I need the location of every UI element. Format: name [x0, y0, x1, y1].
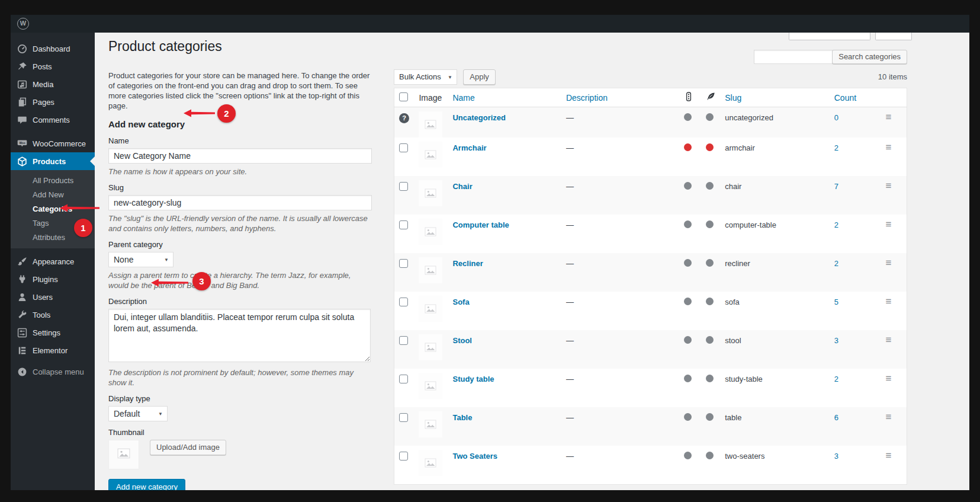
status-dot[interactable] [706, 259, 714, 267]
status-dot[interactable] [684, 259, 692, 267]
row-checkbox[interactable] [399, 220, 408, 229]
status-dot[interactable] [684, 113, 692, 121]
category-count-link[interactable]: 2 [834, 143, 838, 152]
status-dot[interactable] [684, 182, 692, 190]
row-checkbox[interactable] [399, 143, 408, 152]
row-checkbox[interactable] [399, 298, 408, 306]
drag-handle-icon[interactable]: ≡ [886, 411, 892, 423]
description-help-text: The description is not prominent by defa… [108, 367, 372, 388]
sidebar-item-users[interactable]: Users [11, 288, 95, 306]
submenu-item-categories[interactable]: Categories [11, 202, 95, 216]
status-dot[interactable] [706, 375, 714, 382]
status-dot[interactable] [706, 113, 714, 121]
sidebar-item-appearance[interactable]: Appearance [11, 252, 95, 270]
sliders-icon [17, 328, 27, 338]
drag-handle-icon[interactable]: ≡ [886, 257, 892, 268]
category-count-link[interactable]: 3 [834, 452, 838, 461]
row-checkbox[interactable] [399, 413, 408, 422]
status-dot[interactable] [706, 220, 714, 228]
category-description-textarea[interactable]: Dui, integer ullam blanditiis. Placeat t… [108, 309, 371, 362]
category-count-link[interactable]: 2 [834, 220, 838, 229]
column-header-description[interactable]: Description [566, 93, 608, 103]
sidebar-item-pages[interactable]: Pages [11, 93, 95, 111]
sidebar-item-settings[interactable]: Settings [11, 324, 95, 341]
category-name-link[interactable]: Recliner [452, 259, 483, 268]
status-dot[interactable] [706, 298, 714, 305]
drag-handle-icon[interactable]: ≡ [886, 219, 892, 230]
row-checkbox[interactable] [399, 336, 408, 345]
category-count-link[interactable]: 0 [834, 113, 838, 122]
category-name-link[interactable]: Table [452, 413, 472, 422]
drag-handle-icon[interactable]: ≡ [886, 450, 892, 461]
display-type-select[interactable]: Default ▼ [108, 406, 168, 421]
status-dot[interactable] [684, 375, 692, 382]
status-dot[interactable] [684, 452, 692, 459]
sidebar-item-posts[interactable]: Posts [11, 57, 95, 75]
status-dot[interactable] [706, 182, 714, 190]
sidebar-item-elementor[interactable]: Elementor [11, 341, 95, 359]
status-dot[interactable] [684, 220, 692, 228]
category-name-link[interactable]: Uncategorized [452, 113, 506, 122]
column-header-slug[interactable]: Slug [725, 93, 741, 103]
category-name-input[interactable] [108, 148, 372, 164]
category-count-link[interactable]: 7 [834, 182, 838, 191]
column-header-image: Image [414, 88, 448, 107]
submenu-item-all-products[interactable]: All Products [11, 174, 95, 188]
search-categories-button[interactable]: Search categories [832, 50, 907, 64]
status-dot[interactable] [684, 143, 692, 151]
column-header-name[interactable]: Name [452, 93, 474, 103]
status-dot[interactable] [706, 143, 714, 151]
row-checkbox[interactable] [399, 375, 408, 383]
drag-handle-icon[interactable]: ≡ [886, 334, 892, 346]
sidebar-label: WooCommerce [33, 139, 86, 148]
category-name-link[interactable]: Sofa [452, 298, 469, 306]
parent-category-select[interactable]: None ▼ [108, 252, 173, 267]
drag-handle-icon[interactable]: ≡ [886, 180, 892, 191]
submenu-item-add-new[interactable]: Add New [11, 188, 95, 202]
bulk-actions-select[interactable]: Bulk Actions ▼ [394, 69, 457, 85]
drag-handle-icon[interactable]: ≡ [886, 296, 892, 307]
thumbnail-preview [108, 440, 139, 469]
row-checkbox[interactable] [399, 452, 408, 461]
sidebar-item-media[interactable]: Media [11, 75, 95, 93]
drag-handle-icon[interactable]: ≡ [886, 142, 892, 153]
drag-handle-icon[interactable]: ≡ [886, 373, 892, 384]
drag-handle-icon[interactable]: ≡ [886, 111, 892, 123]
sidebar-item-products[interactable]: Products [11, 152, 95, 170]
category-count-link[interactable]: 2 [834, 259, 838, 268]
help-question-icon[interactable]: ? [399, 113, 409, 123]
category-count-link[interactable]: 6 [834, 413, 838, 422]
sidebar-item-tools[interactable]: Tools [11, 306, 95, 324]
status-dot[interactable] [706, 336, 714, 344]
category-name-link[interactable]: Computer table [452, 220, 509, 229]
category-name-link[interactable]: Study table [452, 375, 494, 383]
category-name-link[interactable]: Two Seaters [452, 452, 497, 461]
category-name-link[interactable]: Stool [452, 336, 472, 345]
status-dot[interactable] [684, 336, 692, 344]
sidebar-item-plugins[interactable]: Plugins [11, 270, 95, 288]
status-dot[interactable] [706, 413, 714, 421]
row-checkbox[interactable] [399, 259, 408, 268]
select-all-checkbox[interactable] [399, 92, 408, 101]
status-dot[interactable] [684, 413, 692, 421]
wordpress-logo-icon[interactable]: W [17, 18, 29, 30]
column-header-count[interactable]: Count [834, 93, 856, 103]
collapse-menu-button[interactable]: Collapse menu [11, 363, 95, 381]
category-name-link[interactable]: Chair [452, 182, 472, 191]
sidebar-item-dashboard[interactable]: Dashboard [11, 40, 95, 57]
status-dot[interactable] [684, 298, 692, 305]
category-count-link[interactable]: 3 [834, 336, 838, 345]
apply-button[interactable]: Apply [463, 69, 496, 85]
row-checkbox[interactable] [399, 182, 408, 191]
category-count-link[interactable]: 5 [834, 298, 838, 306]
category-name-link[interactable]: Armchair [452, 143, 486, 152]
add-new-category-button[interactable]: Add new category [108, 479, 185, 490]
status-dot[interactable] [706, 452, 714, 459]
category-slug-input[interactable] [108, 195, 372, 210]
category-description: — [561, 215, 679, 253]
sidebar-item-comments[interactable]: Comments [11, 111, 95, 129]
upload-add-image-button[interactable]: Upload/Add image [150, 440, 226, 455]
search-input[interactable] [754, 50, 840, 64]
category-count-link[interactable]: 2 [834, 375, 838, 383]
sidebar-item-woocommerce[interactable]: Woo WooCommerce [11, 135, 95, 152]
